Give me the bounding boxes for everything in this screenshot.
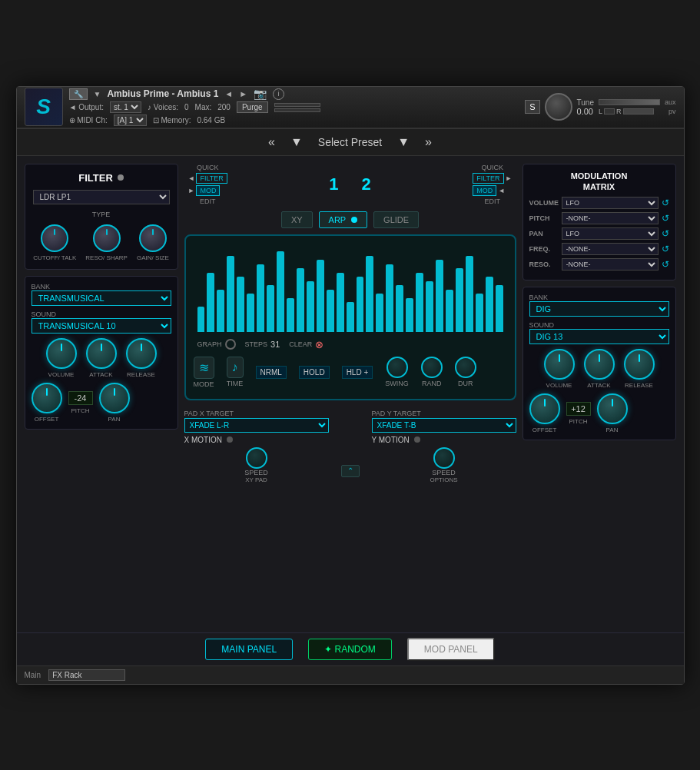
- right-release-knob[interactable]: [624, 349, 655, 380]
- camera-icon[interactable]: 📷: [254, 88, 267, 100]
- mod-volume-select[interactable]: LFO: [562, 197, 659, 209]
- prev-instrument[interactable]: ◄: [224, 89, 233, 98]
- random-tab[interactable]: ✦ RANDOM: [308, 639, 392, 660]
- arp-bar[interactable]: [376, 294, 383, 332]
- right-sound-select[interactable]: DIG 13: [529, 329, 669, 344]
- arp-bar[interactable]: [357, 277, 364, 332]
- arp-bar[interactable]: [426, 281, 433, 332]
- reso-knob[interactable]: [93, 224, 121, 252]
- y-motion-led[interactable]: [414, 436, 420, 443]
- pad-y-select[interactable]: XFADE T-B: [372, 418, 516, 433]
- prev-prev-button[interactable]: «: [268, 135, 275, 149]
- arp-bar[interactable]: [317, 260, 324, 332]
- sound-select[interactable]: TRANSMUSICAL 10: [32, 318, 171, 334]
- arp-bar[interactable]: [406, 298, 413, 332]
- mod-freq-reset[interactable]: ↺: [662, 244, 669, 254]
- main-panel-tab[interactable]: MAIN PANEL: [205, 639, 293, 660]
- arp-tab[interactable]: ARP: [319, 211, 367, 228]
- mod-panel-tab[interactable]: MOD PANEL: [407, 638, 495, 661]
- mod-reso-select[interactable]: -NONE-: [562, 258, 659, 270]
- gain-knob[interactable]: [139, 224, 167, 252]
- arp-bar[interactable]: [267, 285, 274, 332]
- y-speed-knob[interactable]: [433, 447, 455, 469]
- mod-pitch-select[interactable]: -NONE-: [562, 212, 659, 224]
- hold-button[interactable]: HOLD: [299, 366, 330, 379]
- mode-note-button[interactable]: ♪: [227, 357, 244, 378]
- arp-bar[interactable]: [287, 298, 294, 332]
- filter-led[interactable]: [118, 174, 124, 181]
- left-volume-knob[interactable]: [46, 338, 77, 369]
- mode-waveform-button[interactable]: ≋: [194, 357, 214, 379]
- mod-freq-select[interactable]: -NONE-: [562, 243, 659, 255]
- filter-arrow-right[interactable]: ►: [506, 174, 513, 182]
- arp-bar[interactable]: [366, 256, 373, 332]
- next-instrument[interactable]: ►: [239, 89, 247, 98]
- arp-bar[interactable]: [466, 256, 473, 332]
- arp-bar[interactable]: [227, 256, 234, 332]
- right-pan-knob[interactable]: [597, 393, 628, 424]
- filter-arrow-left[interactable]: ◄: [188, 174, 195, 182]
- dur-knob[interactable]: [455, 357, 476, 378]
- mod-arrow-left[interactable]: ►: [188, 187, 195, 194]
- arp-bar[interactable]: [337, 273, 344, 332]
- fx-rack-input[interactable]: [48, 669, 125, 681]
- glide-tab[interactable]: GLIDE: [373, 211, 419, 228]
- left-attack-knob[interactable]: [86, 338, 117, 369]
- hld-plus-button[interactable]: HLD +: [342, 366, 373, 379]
- output-select[interactable]: st. 1: [110, 101, 141, 113]
- swing-knob[interactable]: [386, 357, 408, 378]
- arp-bar[interactable]: [207, 273, 214, 332]
- dropdown-arrow[interactable]: ▼: [94, 90, 101, 98]
- cutoff-knob[interactable]: [41, 224, 68, 252]
- tab-2[interactable]: 2: [362, 174, 371, 194]
- arp-bar[interactable]: [347, 302, 354, 332]
- arp-bar[interactable]: [446, 290, 453, 332]
- right-volume-knob[interactable]: [544, 349, 575, 380]
- tune-knob[interactable]: [545, 93, 572, 121]
- arp-bar[interactable]: [237, 277, 244, 332]
- quick-mod-right-button[interactable]: MOD: [473, 185, 496, 196]
- left-release-knob[interactable]: [126, 338, 157, 369]
- x-motion-led[interactable]: [227, 436, 233, 443]
- left-pan-knob[interactable]: [99, 383, 130, 413]
- quick-filter-right-button[interactable]: FILTER: [473, 173, 503, 184]
- xy-tab[interactable]: XY: [281, 211, 313, 228]
- mod-arrow-right[interactable]: ◄: [498, 187, 505, 194]
- tab-1[interactable]: 1: [329, 174, 338, 194]
- arp-bar[interactable]: [436, 260, 443, 332]
- arp-bar[interactable]: [416, 273, 423, 332]
- clear-button[interactable]: ⊗: [315, 339, 323, 350]
- pad-x-select[interactable]: XFADE L-R: [184, 418, 329, 433]
- filter-type-select[interactable]: LDR LP1: [33, 190, 170, 204]
- rand-knob[interactable]: [421, 357, 443, 378]
- arp-bar[interactable]: [297, 268, 304, 332]
- instrument-menu[interactable]: 🔧: [69, 88, 88, 100]
- arp-bar[interactable]: [386, 264, 393, 332]
- mod-pan-select[interactable]: LFO: [562, 227, 659, 240]
- quick-mod-button[interactable]: MOD: [196, 185, 220, 196]
- graph-toggle[interactable]: [225, 339, 236, 350]
- bank-select[interactable]: TRANSMUSICAL: [32, 290, 171, 306]
- quick-filter-button[interactable]: FILTER: [196, 173, 227, 184]
- arp-bar[interactable]: [257, 264, 264, 332]
- right-offset-knob[interactable]: [529, 393, 560, 424]
- left-offset-knob[interactable]: [32, 383, 62, 413]
- arp-bar[interactable]: [396, 285, 403, 332]
- arp-bar[interactable]: [217, 290, 224, 332]
- mod-pitch-reset[interactable]: ↺: [662, 213, 669, 224]
- info-icon[interactable]: i: [273, 88, 284, 100]
- purge-button[interactable]: Purge: [237, 101, 268, 113]
- arp-bar[interactable]: [456, 268, 463, 332]
- x-speed-knob[interactable]: [246, 447, 267, 469]
- pad-chevron-button[interactable]: ⌃: [341, 465, 360, 477]
- arp-bar[interactable]: [247, 294, 254, 332]
- dropdown-button[interactable]: ▼: [290, 135, 303, 149]
- arp-bar[interactable]: [327, 290, 334, 332]
- mod-volume-reset[interactable]: ↺: [662, 197, 669, 208]
- arp-bar[interactable]: [496, 285, 503, 332]
- s-button[interactable]: S: [525, 100, 539, 114]
- arp-bar[interactable]: [277, 251, 284, 332]
- next-next-button[interactable]: »: [425, 135, 432, 149]
- right-attack-knob[interactable]: [584, 349, 615, 380]
- arp-bar[interactable]: [476, 294, 483, 332]
